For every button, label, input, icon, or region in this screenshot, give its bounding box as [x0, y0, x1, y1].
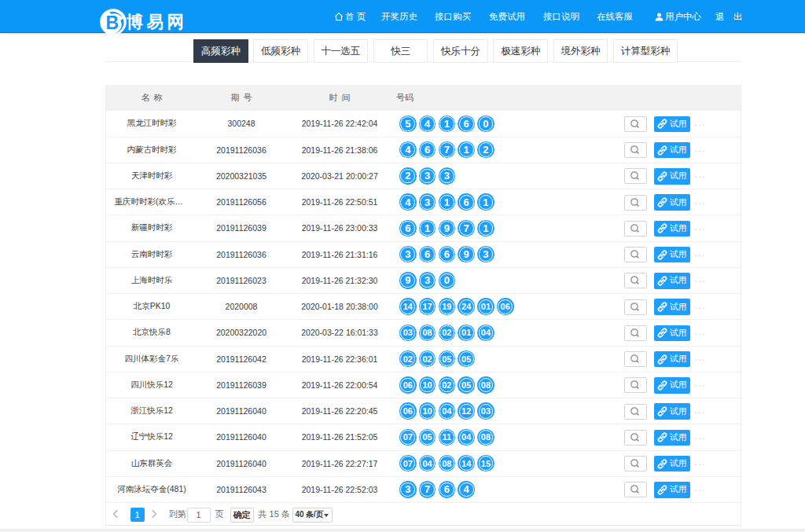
svg-text:B: B	[106, 13, 119, 33]
